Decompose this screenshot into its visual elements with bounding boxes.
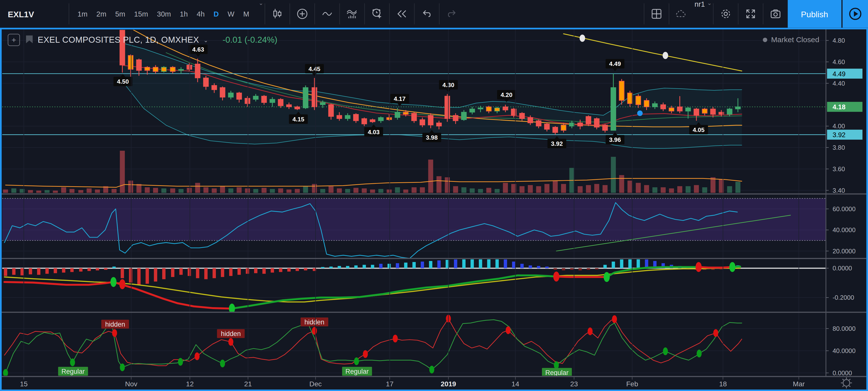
snapshot-camera-icon[interactable] bbox=[763, 0, 788, 28]
add-symbol-icon[interactable]: + bbox=[8, 34, 20, 46]
svg-text:3.60: 3.60 bbox=[833, 166, 845, 172]
svg-text:4.00: 4.00 bbox=[833, 122, 845, 130]
chart-region: 4.504.634.454.154.034.173.984.304.203.92… bbox=[0, 28, 868, 391]
fullscreen-icon[interactable] bbox=[738, 0, 763, 28]
timeframe-30m[interactable]: 30m bbox=[153, 7, 175, 20]
indicators-icon[interactable] bbox=[340, 0, 364, 28]
svg-text:4.49: 4.49 bbox=[609, 60, 621, 67]
timeframe-D[interactable]: D bbox=[210, 7, 223, 20]
svg-text:4.17: 4.17 bbox=[394, 95, 406, 102]
svg-text:Nov: Nov bbox=[125, 380, 137, 388]
svg-text:4.18: 4.18 bbox=[833, 103, 845, 111]
svg-text:Regular: Regular bbox=[545, 369, 568, 376]
svg-text:4.05: 4.05 bbox=[693, 127, 705, 133]
symbol-button[interactable]: EXL1V bbox=[0, 0, 69, 28]
svg-text:60.0000: 60.0000 bbox=[833, 205, 856, 213]
svg-text:4.15: 4.15 bbox=[292, 116, 304, 122]
svg-text:Feb: Feb bbox=[626, 380, 638, 388]
svg-text:3.40: 3.40 bbox=[833, 187, 845, 194]
publish-button[interactable]: Publish bbox=[788, 0, 841, 28]
svg-text:-0.2000: -0.2000 bbox=[833, 294, 854, 301]
line-chart-tool-icon[interactable] bbox=[315, 0, 339, 28]
svg-text:3.96: 3.96 bbox=[609, 136, 621, 143]
market-status-text: Market Closed bbox=[771, 35, 819, 44]
svg-text:3.92: 3.92 bbox=[551, 140, 563, 147]
svg-text:21: 21 bbox=[244, 380, 252, 388]
toolbar-spacer bbox=[464, 0, 644, 28]
svg-text:40.0000: 40.0000 bbox=[833, 347, 856, 354]
timeframe-5m[interactable]: 5m bbox=[112, 7, 129, 20]
layout-icons: nr1⌄ bbox=[644, 0, 787, 28]
svg-text:2019: 2019 bbox=[441, 380, 456, 388]
title-chevron-down-icon[interactable]: ⌄ bbox=[204, 37, 208, 43]
cloud-layout-icon[interactable] bbox=[669, 0, 693, 28]
svg-text:Dec: Dec bbox=[309, 380, 321, 388]
timeframe-1m[interactable]: 1m bbox=[74, 7, 91, 20]
chart-title[interactable]: EXEL COMPOSITES PLC, 1D, OMXHEX bbox=[38, 35, 199, 45]
timeframe-2m[interactable]: 2m bbox=[92, 7, 110, 20]
settings-gear-icon[interactable] bbox=[713, 0, 738, 28]
svg-text:4.03: 4.03 bbox=[368, 129, 379, 135]
svg-text:3.98: 3.98 bbox=[426, 134, 438, 141]
svg-text:14: 14 bbox=[512, 380, 519, 388]
svg-text:80.0000: 80.0000 bbox=[833, 325, 856, 332]
svg-text:40.0000: 40.0000 bbox=[833, 226, 856, 233]
svg-text:23: 23 bbox=[570, 380, 578, 388]
layout-chevron-down-icon[interactable]: ⌄ bbox=[706, 0, 713, 28]
top-toolbar: EXL1V 1m2m5m15m30m1h4hDWM ⌄ nr1⌄ Publish bbox=[0, 0, 868, 28]
market-status: Market Closed bbox=[763, 35, 819, 44]
svg-text:17: 17 bbox=[386, 380, 394, 388]
layout-name[interactable]: nr1 bbox=[693, 0, 706, 28]
market-status-dot-icon bbox=[763, 37, 767, 42]
svg-text:hidden: hidden bbox=[221, 330, 241, 337]
add-alert-icon[interactable] bbox=[365, 0, 389, 28]
svg-text:3.92: 3.92 bbox=[833, 131, 845, 139]
timeframe-4h[interactable]: 4h bbox=[193, 7, 209, 20]
undo-icon[interactable] bbox=[414, 0, 439, 28]
svg-text:Regular: Regular bbox=[61, 368, 85, 375]
svg-text:20.0000: 20.0000 bbox=[833, 248, 856, 255]
chart-style-candles-icon[interactable] bbox=[265, 0, 289, 28]
svg-text:0.0000: 0.0000 bbox=[833, 265, 852, 272]
svg-text:12: 12 bbox=[186, 380, 194, 388]
timeframe-M[interactable]: M bbox=[239, 7, 253, 20]
chart-canvas[interactable]: 4.504.634.454.154.034.173.984.304.203.92… bbox=[0, 28, 868, 391]
svg-text:18: 18 bbox=[719, 380, 727, 388]
svg-text:4.49: 4.49 bbox=[833, 70, 845, 78]
chart-legend: + EXEL COMPOSITES PLC, 1D, OMXHEX ⌄ -0.0… bbox=[8, 34, 277, 46]
timeframe-1h[interactable]: 1h bbox=[176, 7, 192, 20]
layout-grid-icon[interactable] bbox=[644, 0, 669, 28]
svg-text:0.0000: 0.0000 bbox=[833, 369, 852, 376]
timeframe-chevron-down-icon[interactable]: ⌄ bbox=[257, 0, 265, 28]
svg-text:4.63: 4.63 bbox=[192, 46, 204, 53]
svg-text:hidden: hidden bbox=[304, 318, 324, 326]
redo-icon[interactable] bbox=[439, 0, 464, 28]
svg-text:15: 15 bbox=[20, 380, 28, 388]
tool-icons bbox=[265, 0, 464, 28]
flag-icon[interactable] bbox=[24, 35, 33, 45]
add-symbol-compare-icon[interactable] bbox=[290, 0, 314, 28]
svg-text:Regular: Regular bbox=[345, 368, 369, 375]
svg-text:hidden: hidden bbox=[105, 321, 125, 328]
timeframe-15m[interactable]: 15m bbox=[130, 7, 152, 20]
replay-play-button[interactable] bbox=[843, 0, 868, 28]
svg-text:4.60: 4.60 bbox=[833, 58, 845, 65]
price-change: -0.01 (-0.24%) bbox=[222, 35, 278, 45]
svg-text:4.45: 4.45 bbox=[309, 66, 320, 72]
svg-text:4.20: 4.20 bbox=[500, 91, 513, 98]
timeframe-group: 1m2m5m15m30m1h4hDWM bbox=[69, 0, 257, 28]
replay-icon[interactable] bbox=[390, 0, 414, 28]
svg-text:Mar: Mar bbox=[793, 380, 805, 388]
svg-text:4.40: 4.40 bbox=[833, 80, 845, 87]
svg-text:4.80: 4.80 bbox=[833, 37, 845, 44]
svg-text:3.80: 3.80 bbox=[833, 144, 845, 151]
timeframe-W[interactable]: W bbox=[224, 7, 238, 20]
svg-text:4.50: 4.50 bbox=[117, 78, 129, 85]
trading-app: EXL1V 1m2m5m15m30m1h4hDWM ⌄ nr1⌄ Publish… bbox=[0, 0, 868, 391]
